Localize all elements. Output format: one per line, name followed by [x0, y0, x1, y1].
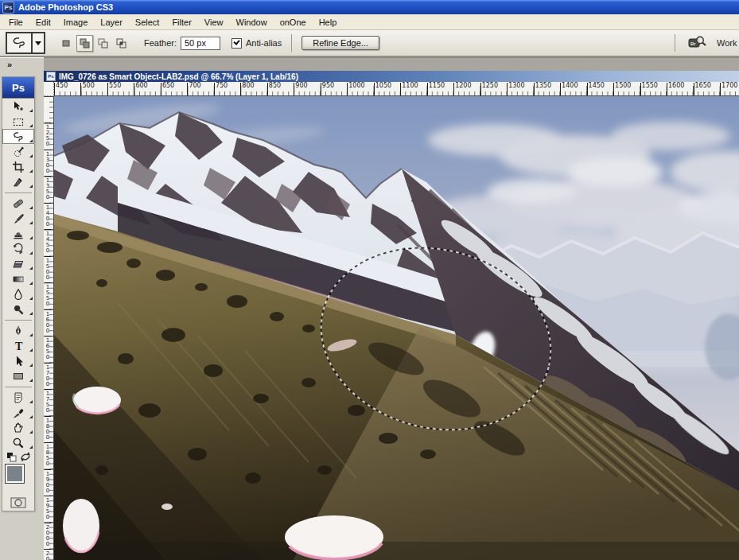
- v-ruler-label: 1250: [45, 122, 51, 146]
- tool-preset-dropdown-arrow[interactable]: [31, 33, 44, 52]
- v-ruler-label: 1600: [45, 309, 51, 333]
- h-ruler-label: 1350: [534, 83, 551, 95]
- dock-expand-icon[interactable]: »: [7, 60, 13, 69]
- tool-dock: » Ps T: [0, 57, 44, 560]
- document-icon: Ps: [46, 72, 56, 81]
- photoshop-app-icon: Ps: [2, 2, 14, 14]
- zoom-tool-button[interactable]: [2, 435, 34, 450]
- ruler-corner-box: [44, 82, 54, 96]
- svg-text:Br: Br: [690, 41, 696, 46]
- brush-tool-button[interactable]: [2, 211, 34, 226]
- h-ruler-label: 1000: [347, 83, 364, 95]
- bridge-icon[interactable]: Br: [688, 35, 707, 51]
- v-ruler-label: 1750: [45, 389, 51, 413]
- menu-item-filter[interactable]: Filter: [165, 16, 197, 29]
- subtract-from-selection-button[interactable]: [95, 35, 111, 52]
- healing-brush-tool-button[interactable]: [2, 196, 34, 211]
- clone-stamp-tool-button[interactable]: [2, 226, 34, 241]
- menu-item-view[interactable]: View: [198, 16, 230, 29]
- h-ruler-label: 600: [134, 83, 147, 95]
- foreground-color-swatch[interactable]: [5, 464, 25, 484]
- h-ruler-label: 1700: [720, 83, 737, 95]
- toolbox-divider: [5, 189, 32, 193]
- dodge-tool-button[interactable]: [2, 301, 34, 317]
- app-title: Adobe Photoshop CS3: [18, 2, 113, 12]
- v-ruler-label: 1700: [45, 363, 51, 387]
- path-selection-tool-button[interactable]: [2, 353, 34, 368]
- eyedropper-tool-button[interactable]: [2, 405, 34, 420]
- tool-preset-picker[interactable]: [6, 32, 45, 54]
- gradient-tool-button[interactable]: [2, 271, 34, 286]
- lasso-tool-icon: [7, 33, 31, 52]
- anti-alias-checkbox[interactable]: [231, 38, 242, 49]
- v-ruler-label: 1550: [45, 282, 51, 306]
- blur-tool-button[interactable]: [2, 286, 34, 301]
- menu-item-window[interactable]: Window: [230, 16, 274, 29]
- h-ruler-label: 1150: [427, 83, 445, 95]
- crop-tool-button[interactable]: [2, 159, 34, 174]
- workspace-area: Ps IMG_0726 as Smart Object-LAB2.psd @ 6…: [44, 57, 739, 560]
- v-ruler-label: 1950: [45, 496, 51, 519]
- rectangle-tool-button[interactable]: [2, 368, 34, 383]
- vertical-ruler: 1250130013501400145015001550160016501700…: [44, 96, 54, 560]
- type-tool-button[interactable]: T: [2, 338, 34, 353]
- h-ruler-label: 1100: [400, 83, 418, 95]
- menu-item-help[interactable]: Help: [313, 16, 344, 29]
- h-ruler-label: 1250: [480, 83, 498, 95]
- menu-item-edit[interactable]: Edit: [29, 16, 57, 29]
- hand-tool-button[interactable]: [2, 420, 34, 435]
- v-ruler-label: 1350: [45, 176, 51, 200]
- selection-mode-group: [58, 35, 130, 52]
- feather-label: Feather:: [144, 38, 177, 48]
- menu-item-layer[interactable]: Layer: [94, 16, 129, 29]
- h-ruler-label: 550: [107, 83, 121, 95]
- toolbox-divider: [5, 383, 32, 387]
- canvas-image[interactable]: [54, 96, 739, 560]
- quick-mask-button[interactable]: [2, 495, 34, 511]
- h-ruler-label: 1600: [667, 83, 684, 95]
- v-ruler-label: 1800: [45, 416, 51, 440]
- h-ruler-label: 1500: [613, 83, 631, 95]
- menu-item-select[interactable]: Select: [129, 16, 166, 29]
- refine-edge-button[interactable]: Refine Edge...: [301, 36, 379, 50]
- menu-item-onone[interactable]: onOne: [274, 16, 313, 29]
- h-ruler-label: 1450: [587, 83, 605, 95]
- h-ruler-label: 1400: [560, 83, 578, 95]
- h-ruler-label: 1200: [453, 83, 471, 95]
- notes-tool-button[interactable]: [2, 390, 34, 405]
- v-ruler-label: 1400: [45, 203, 51, 227]
- swap-colors-control[interactable]: [2, 450, 34, 463]
- add-to-selection-button[interactable]: [76, 35, 93, 52]
- rectangular-marquee-tool-button[interactable]: [2, 114, 34, 129]
- photoshop-window: Ps Adobe Photoshop CS3 FileEditImageLaye…: [0, 0, 739, 560]
- h-ruler-label: 450: [54, 83, 68, 95]
- menu-item-image[interactable]: Image: [57, 16, 95, 29]
- document-title: IMG_0726 as Smart Object-LAB2.psd @ 66.7…: [59, 72, 298, 81]
- v-ruler-label: 1650: [45, 336, 51, 360]
- new-selection-button[interactable]: [58, 35, 75, 52]
- feather-input[interactable]: [181, 37, 220, 50]
- lasso-tool-button[interactable]: [2, 129, 34, 144]
- h-ruler-label: 850: [267, 83, 281, 95]
- h-ruler-label: 750: [214, 83, 228, 95]
- toolbox-palette: Ps T: [2, 76, 35, 511]
- v-ruler-label: 2000: [45, 523, 51, 546]
- toolbox-divider: [5, 317, 32, 321]
- color-swatches: [2, 463, 34, 495]
- quick-selection-tool-button[interactable]: [2, 144, 34, 159]
- history-brush-tool-button[interactable]: [2, 241, 34, 256]
- intersect-with-selection-button[interactable]: [113, 35, 130, 52]
- h-ruler-label: 700: [187, 83, 200, 95]
- canvas-viewport: [54, 96, 739, 560]
- move-tool-button[interactable]: [2, 99, 34, 114]
- eraser-tool-button[interactable]: [2, 256, 34, 271]
- workspace-menu[interactable]: Work: [717, 38, 739, 48]
- menu-bar: FileEditImageLayerSelectFilterViewWindow…: [0, 14, 739, 30]
- pen-tool-button[interactable]: [2, 323, 34, 338]
- slice-tool-button[interactable]: [2, 174, 34, 189]
- toolbox-ps-logo: Ps: [2, 77, 34, 99]
- v-ruler-label: 2050: [45, 549, 51, 560]
- document-titlebar[interactable]: Ps IMG_0726 as Smart Object-LAB2.psd @ 6…: [44, 71, 739, 82]
- v-ruler-label: 1850: [45, 442, 51, 466]
- menu-item-file[interactable]: File: [2, 16, 29, 29]
